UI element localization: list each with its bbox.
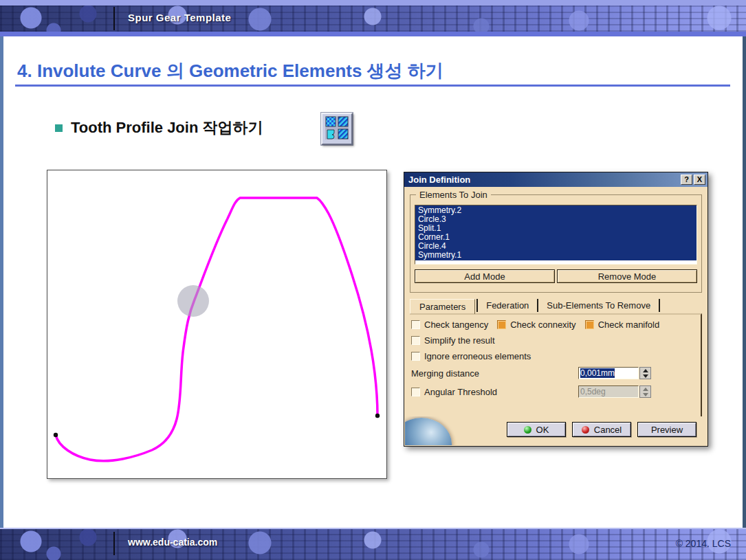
close-button[interactable]: X: [694, 175, 705, 185]
page-title: 4. Involute Curve 의 Geometric Elements 생…: [17, 59, 443, 83]
elements-listbox[interactable]: Symmetry.2 Circle.3 Split.1 Corner.1 Cir…: [415, 205, 697, 265]
check-tangency-label: Check tangency: [424, 320, 488, 330]
tab-separator: [659, 299, 660, 312]
help-button[interactable]: ?: [681, 175, 692, 185]
tab-parameters[interactable]: Parameters: [410, 299, 475, 314]
footer-url: www.edu-catia.com: [128, 537, 217, 548]
angular-threshold-spinner: [639, 385, 651, 398]
angular-threshold-checkbox[interactable]: [411, 388, 420, 396]
join-icon: [325, 116, 349, 142]
simplify-result-option[interactable]: Simplify the result: [411, 335, 698, 346]
ignore-erroneous-label: Ignore erroneous elements: [424, 351, 531, 361]
right-border-strip: [743, 36, 746, 529]
preview-button[interactable]: Preview: [637, 422, 696, 437]
check-tangency-option[interactable]: Check tangency: [411, 320, 488, 330]
list-item[interactable]: Symmetry.2: [418, 206, 694, 215]
list-item[interactable]: Symmetry.1: [418, 251, 694, 260]
tooth-profile-curve: [56, 198, 377, 461]
angular-threshold-label: Angular Threshold: [424, 387, 497, 397]
footer-copyright: © 2014. LCS: [676, 538, 731, 549]
curve-endpoint-left: [54, 433, 58, 437]
simplify-result-checkbox[interactable]: [411, 336, 420, 345]
header-divider-line: [113, 7, 115, 30]
ok-label: OK: [536, 425, 549, 435]
globe-decoration: [405, 416, 457, 445]
parameters-tab-panel: Check tangency Check connexity Check man…: [410, 313, 702, 416]
tab-sub-elements-to-remove[interactable]: Sub-Elements To Remove: [540, 300, 657, 311]
dialog-titlebar[interactable]: Join Definition ? X: [404, 172, 707, 187]
remove-mode-button[interactable]: Remove Mode: [557, 269, 697, 283]
ignore-erroneous-checkbox[interactable]: [411, 352, 420, 361]
angular-threshold-row: Angular Threshold 0,5deg: [411, 385, 698, 398]
spinner-down-icon[interactable]: [643, 374, 648, 378]
check-manifold-checkbox[interactable]: [585, 320, 594, 329]
bullet-marker: [55, 124, 63, 132]
preview-label: Preview: [651, 425, 683, 435]
elements-group-label: Elements To Join: [416, 190, 491, 200]
highlight-circle: [177, 285, 209, 317]
merging-distance-row: Merging distance 0,001mm: [411, 367, 698, 379]
header-banner: Spur Gear Template: [0, 5, 746, 32]
merging-distance-value: 0,001mm: [580, 368, 615, 378]
ignore-erroneous-option[interactable]: Ignore erroneous elements: [411, 351, 698, 361]
ok-button[interactable]: OK: [507, 422, 566, 437]
tab-separator: [476, 299, 478, 312]
left-border-strip: [0, 36, 3, 529]
elements-to-join-group: Elements To Join Symmetry.2 Circle.3 Spl…: [410, 194, 702, 293]
cancel-label: Cancel: [594, 425, 622, 435]
list-item[interactable]: Circle.3: [418, 215, 694, 224]
check-tangency-checkbox[interactable]: [411, 320, 420, 329]
merging-distance-spinner[interactable]: [639, 367, 651, 379]
spinner-up-icon: [643, 388, 648, 391]
header-bottom-strip: [0, 32, 746, 36]
check-connexity-checkbox[interactable]: [497, 320, 506, 329]
check-manifold-label: Check manifold: [598, 320, 660, 330]
title-underline: [15, 85, 730, 87]
join-tool-button[interactable]: [321, 113, 353, 145]
ok-green-icon: [524, 426, 531, 434]
merging-distance-input[interactable]: 0,001mm: [578, 367, 639, 379]
join-definition-dialog: Join Definition ? X Elements To Join Sym…: [404, 172, 708, 447]
dialog-action-buttons: OK Cancel Preview: [507, 422, 696, 437]
header-title: Spur Gear Template: [128, 12, 231, 23]
bullet-text: Tooth Profile Join 작업하기: [71, 117, 263, 138]
check-manifold-option[interactable]: Check manifold: [585, 320, 660, 330]
add-mode-button[interactable]: Add Mode: [415, 269, 555, 283]
spinner-up-icon[interactable]: [643, 369, 648, 372]
list-item[interactable]: Split.1: [418, 224, 694, 233]
cancel-button[interactable]: Cancel: [572, 422, 631, 437]
dialog-tabs: Parameters Federation Sub-Elements To Re…: [410, 298, 702, 313]
geometry-canvas[interactable]: [47, 170, 387, 479]
merging-distance-label: Merging distance: [411, 368, 479, 379]
angular-threshold-input: 0,5deg: [578, 385, 639, 398]
angular-threshold-value: 0,5deg: [580, 387, 606, 396]
check-connexity-option[interactable]: Check connexity: [497, 320, 575, 330]
simplify-result-label: Simplify the result: [424, 335, 495, 346]
dialog-title: Join Definition: [408, 175, 679, 185]
tab-federation[interactable]: Federation: [479, 300, 536, 311]
tab-separator: [537, 299, 538, 312]
cancel-red-icon: [582, 426, 589, 434]
check-options-row: Check tangency Check connexity Check man…: [411, 320, 698, 330]
header-top-strip: [0, 0, 746, 5]
curve-endpoint-right: [375, 414, 380, 418]
footer-divider-line: [113, 532, 115, 555]
mode-buttons-row: Add Mode Remove Mode: [415, 269, 697, 283]
list-item[interactable]: Corner.1: [418, 233, 694, 242]
tooth-profile-drawing: [47, 170, 386, 478]
footer-banner: www.edu-catia.com © 2014. LCS: [0, 529, 746, 560]
spinner-down-icon: [643, 393, 648, 396]
slide: Spur Gear Template 4. Involute Curve 의 G…: [0, 0, 746, 560]
check-connexity-label: Check connexity: [510, 320, 575, 330]
